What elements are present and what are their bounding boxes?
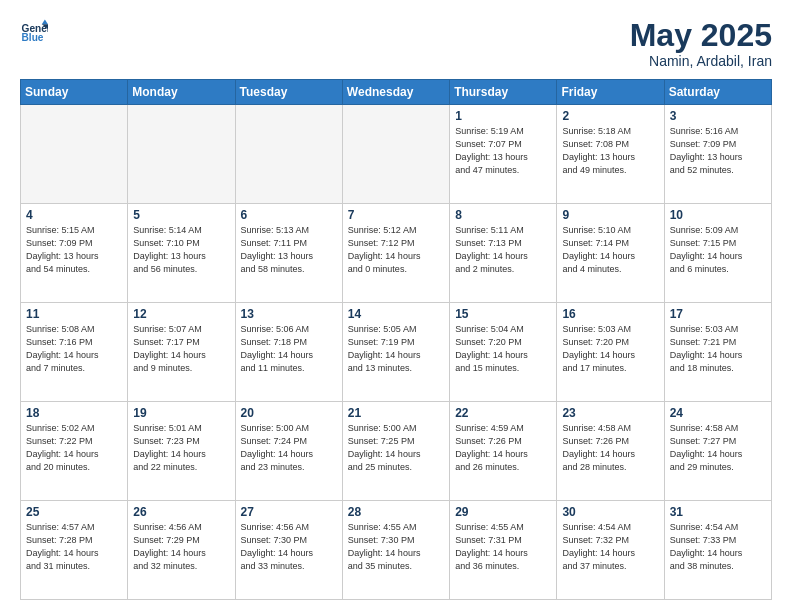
calendar-cell: 10Sunrise: 5:09 AM Sunset: 7:15 PM Dayli… <box>664 204 771 303</box>
day-number: 24 <box>670 406 766 420</box>
day-info: Sunrise: 5:09 AM Sunset: 7:15 PM Dayligh… <box>670 224 766 276</box>
calendar-cell: 22Sunrise: 4:59 AM Sunset: 7:26 PM Dayli… <box>450 402 557 501</box>
calendar-cell <box>342 105 449 204</box>
day-info: Sunrise: 5:01 AM Sunset: 7:23 PM Dayligh… <box>133 422 229 474</box>
calendar-table: SundayMondayTuesdayWednesdayThursdayFrid… <box>20 79 772 600</box>
day-info: Sunrise: 4:56 AM Sunset: 7:30 PM Dayligh… <box>241 521 337 573</box>
day-number: 8 <box>455 208 551 222</box>
day-info: Sunrise: 5:05 AM Sunset: 7:19 PM Dayligh… <box>348 323 444 375</box>
calendar-cell: 30Sunrise: 4:54 AM Sunset: 7:32 PM Dayli… <box>557 501 664 600</box>
day-number: 2 <box>562 109 658 123</box>
day-info: Sunrise: 4:54 AM Sunset: 7:32 PM Dayligh… <box>562 521 658 573</box>
day-info: Sunrise: 5:08 AM Sunset: 7:16 PM Dayligh… <box>26 323 122 375</box>
day-info: Sunrise: 5:14 AM Sunset: 7:10 PM Dayligh… <box>133 224 229 276</box>
day-number: 4 <box>26 208 122 222</box>
day-info: Sunrise: 5:10 AM Sunset: 7:14 PM Dayligh… <box>562 224 658 276</box>
weekday-header-wednesday: Wednesday <box>342 80 449 105</box>
calendar-cell: 31Sunrise: 4:54 AM Sunset: 7:33 PM Dayli… <box>664 501 771 600</box>
day-info: Sunrise: 5:11 AM Sunset: 7:13 PM Dayligh… <box>455 224 551 276</box>
svg-marker-2 <box>42 20 48 25</box>
calendar-cell: 1Sunrise: 5:19 AM Sunset: 7:07 PM Daylig… <box>450 105 557 204</box>
weekday-header-monday: Monday <box>128 80 235 105</box>
day-number: 13 <box>241 307 337 321</box>
day-info: Sunrise: 4:58 AM Sunset: 7:26 PM Dayligh… <box>562 422 658 474</box>
calendar-cell: 24Sunrise: 4:58 AM Sunset: 7:27 PM Dayli… <box>664 402 771 501</box>
day-info: Sunrise: 5:06 AM Sunset: 7:18 PM Dayligh… <box>241 323 337 375</box>
title-block: May 2025 Namin, Ardabil, Iran <box>630 18 772 69</box>
calendar-cell: 8Sunrise: 5:11 AM Sunset: 7:13 PM Daylig… <box>450 204 557 303</box>
day-number: 22 <box>455 406 551 420</box>
calendar-cell: 5Sunrise: 5:14 AM Sunset: 7:10 PM Daylig… <box>128 204 235 303</box>
day-info: Sunrise: 4:58 AM Sunset: 7:27 PM Dayligh… <box>670 422 766 474</box>
calendar-cell: 15Sunrise: 5:04 AM Sunset: 7:20 PM Dayli… <box>450 303 557 402</box>
logo-icon: General Blue <box>20 18 48 46</box>
calendar-cell: 11Sunrise: 5:08 AM Sunset: 7:16 PM Dayli… <box>21 303 128 402</box>
calendar-cell: 6Sunrise: 5:13 AM Sunset: 7:11 PM Daylig… <box>235 204 342 303</box>
day-number: 14 <box>348 307 444 321</box>
calendar-cell <box>235 105 342 204</box>
calendar-cell: 26Sunrise: 4:56 AM Sunset: 7:29 PM Dayli… <box>128 501 235 600</box>
calendar-cell: 20Sunrise: 5:00 AM Sunset: 7:24 PM Dayli… <box>235 402 342 501</box>
calendar-cell <box>128 105 235 204</box>
calendar-cell: 29Sunrise: 4:55 AM Sunset: 7:31 PM Dayli… <box>450 501 557 600</box>
day-number: 6 <box>241 208 337 222</box>
calendar-cell: 23Sunrise: 4:58 AM Sunset: 7:26 PM Dayli… <box>557 402 664 501</box>
calendar-cell: 16Sunrise: 5:03 AM Sunset: 7:20 PM Dayli… <box>557 303 664 402</box>
day-number: 7 <box>348 208 444 222</box>
day-info: Sunrise: 4:55 AM Sunset: 7:30 PM Dayligh… <box>348 521 444 573</box>
day-info: Sunrise: 4:57 AM Sunset: 7:28 PM Dayligh… <box>26 521 122 573</box>
day-number: 17 <box>670 307 766 321</box>
calendar-cell: 27Sunrise: 4:56 AM Sunset: 7:30 PM Dayli… <box>235 501 342 600</box>
logo: General Blue <box>20 18 48 46</box>
day-number: 1 <box>455 109 551 123</box>
weekday-header-tuesday: Tuesday <box>235 80 342 105</box>
day-info: Sunrise: 5:12 AM Sunset: 7:12 PM Dayligh… <box>348 224 444 276</box>
calendar-cell: 25Sunrise: 4:57 AM Sunset: 7:28 PM Dayli… <box>21 501 128 600</box>
day-info: Sunrise: 5:03 AM Sunset: 7:20 PM Dayligh… <box>562 323 658 375</box>
calendar-cell: 13Sunrise: 5:06 AM Sunset: 7:18 PM Dayli… <box>235 303 342 402</box>
day-number: 30 <box>562 505 658 519</box>
day-number: 10 <box>670 208 766 222</box>
calendar-cell: 7Sunrise: 5:12 AM Sunset: 7:12 PM Daylig… <box>342 204 449 303</box>
calendar-cell: 14Sunrise: 5:05 AM Sunset: 7:19 PM Dayli… <box>342 303 449 402</box>
weekday-header-saturday: Saturday <box>664 80 771 105</box>
day-number: 20 <box>241 406 337 420</box>
calendar-cell: 28Sunrise: 4:55 AM Sunset: 7:30 PM Dayli… <box>342 501 449 600</box>
calendar-cell: 19Sunrise: 5:01 AM Sunset: 7:23 PM Dayli… <box>128 402 235 501</box>
weekday-header-sunday: Sunday <box>21 80 128 105</box>
day-info: Sunrise: 5:15 AM Sunset: 7:09 PM Dayligh… <box>26 224 122 276</box>
day-number: 21 <box>348 406 444 420</box>
day-info: Sunrise: 4:59 AM Sunset: 7:26 PM Dayligh… <box>455 422 551 474</box>
calendar-cell: 17Sunrise: 5:03 AM Sunset: 7:21 PM Dayli… <box>664 303 771 402</box>
day-info: Sunrise: 5:13 AM Sunset: 7:11 PM Dayligh… <box>241 224 337 276</box>
day-number: 16 <box>562 307 658 321</box>
day-number: 12 <box>133 307 229 321</box>
main-title: May 2025 <box>630 18 772 53</box>
svg-text:Blue: Blue <box>22 32 44 43</box>
calendar-cell: 18Sunrise: 5:02 AM Sunset: 7:22 PM Dayli… <box>21 402 128 501</box>
day-number: 29 <box>455 505 551 519</box>
day-number: 15 <box>455 307 551 321</box>
calendar-cell: 2Sunrise: 5:18 AM Sunset: 7:08 PM Daylig… <box>557 105 664 204</box>
weekday-header-friday: Friday <box>557 80 664 105</box>
calendar-cell: 4Sunrise: 5:15 AM Sunset: 7:09 PM Daylig… <box>21 204 128 303</box>
calendar-cell: 3Sunrise: 5:16 AM Sunset: 7:09 PM Daylig… <box>664 105 771 204</box>
day-number: 27 <box>241 505 337 519</box>
day-info: Sunrise: 5:00 AM Sunset: 7:25 PM Dayligh… <box>348 422 444 474</box>
day-info: Sunrise: 5:18 AM Sunset: 7:08 PM Dayligh… <box>562 125 658 177</box>
day-info: Sunrise: 5:02 AM Sunset: 7:22 PM Dayligh… <box>26 422 122 474</box>
calendar-cell: 12Sunrise: 5:07 AM Sunset: 7:17 PM Dayli… <box>128 303 235 402</box>
day-info: Sunrise: 5:03 AM Sunset: 7:21 PM Dayligh… <box>670 323 766 375</box>
day-info: Sunrise: 5:07 AM Sunset: 7:17 PM Dayligh… <box>133 323 229 375</box>
sub-title: Namin, Ardabil, Iran <box>630 53 772 69</box>
day-number: 5 <box>133 208 229 222</box>
day-info: Sunrise: 4:56 AM Sunset: 7:29 PM Dayligh… <box>133 521 229 573</box>
day-number: 9 <box>562 208 658 222</box>
day-info: Sunrise: 5:19 AM Sunset: 7:07 PM Dayligh… <box>455 125 551 177</box>
day-number: 11 <box>26 307 122 321</box>
calendar-cell: 21Sunrise: 5:00 AM Sunset: 7:25 PM Dayli… <box>342 402 449 501</box>
weekday-header-thursday: Thursday <box>450 80 557 105</box>
page-header: General Blue May 2025 Namin, Ardabil, Ir… <box>20 18 772 69</box>
calendar-cell <box>21 105 128 204</box>
day-number: 25 <box>26 505 122 519</box>
